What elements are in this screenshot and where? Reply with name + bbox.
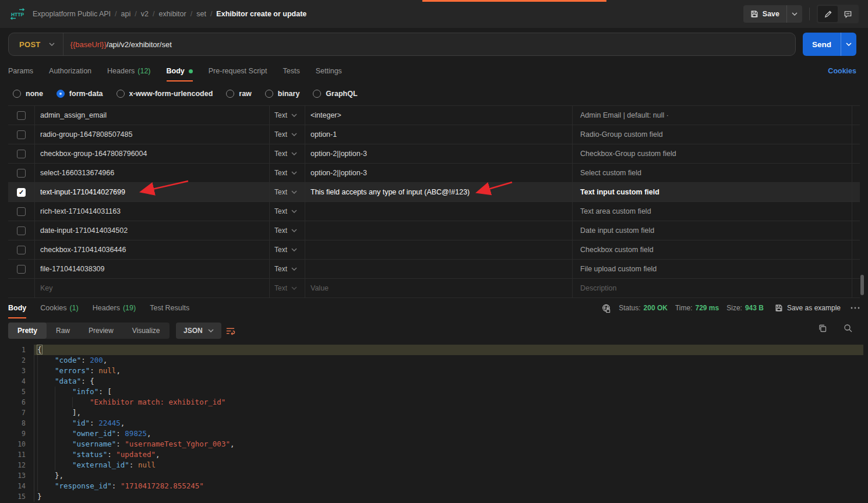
more-options-button[interactable] <box>851 307 860 309</box>
comments-button[interactable] <box>838 6 858 22</box>
edit-request-button[interactable] <box>818 6 838 22</box>
description-cell[interactable]: Description <box>572 279 852 297</box>
key-cell[interactable]: select-1660313674966 <box>34 164 269 182</box>
type-select[interactable]: Text <box>269 202 305 221</box>
tab-params[interactable]: Params <box>8 61 33 82</box>
row-checkbox[interactable] <box>17 169 26 178</box>
key-cell[interactable]: text-input-1710414027699 <box>34 183 269 201</box>
value-cell[interactable]: option-2||option-3 <box>305 144 572 163</box>
time-badge[interactable]: Time: 729 ms <box>675 304 719 312</box>
body-mode-form-data[interactable]: form-data <box>57 90 103 98</box>
key-cell[interactable]: Key <box>34 279 269 297</box>
breadcrumb-item[interactable]: Expoplatform Public API <box>33 10 111 18</box>
description-cell[interactable]: Date input custom field <box>572 221 852 240</box>
description-cell[interactable]: File upload custom field <box>572 260 852 278</box>
response-tab-cookies[interactable]: Cookies(1) <box>40 297 78 318</box>
value-cell[interactable] <box>305 260 572 278</box>
description-cell[interactable]: Text area custom field <box>572 202 852 221</box>
key-cell[interactable]: checkbox-1710414036446 <box>34 240 269 259</box>
breadcrumb-item[interactable]: set <box>196 10 206 18</box>
copy-response-button[interactable] <box>818 324 827 333</box>
search-response-button[interactable] <box>844 324 853 333</box>
tab-authorization[interactable]: Authorization <box>49 61 91 82</box>
size-badge[interactable]: Size: 943 B <box>726 304 764 312</box>
description-cell[interactable]: Text input custom field <box>572 183 852 201</box>
type-select[interactable]: Text <box>269 183 305 201</box>
description-cell[interactable]: Radio-Group custom field <box>572 125 852 144</box>
value-cell[interactable]: option-1 <box>305 125 572 144</box>
tab-headers[interactable]: Headers(12) <box>107 61 150 82</box>
time-label: Time: <box>675 304 693 312</box>
row-checkbox[interactable]: ✓ <box>17 188 26 197</box>
save-as-example-button[interactable]: Save as example <box>775 304 841 312</box>
key-cell[interactable]: date-input-1710414034502 <box>34 221 269 240</box>
row-checkbox[interactable] <box>17 207 26 216</box>
response-tab-test-results[interactable]: Test Results <box>150 297 189 318</box>
key-cell[interactable]: admin_assign_email <box>34 106 269 125</box>
breadcrumb-item[interactable]: v2 <box>141 10 149 18</box>
key-cell[interactable]: radio-group-1647808507485 <box>34 125 269 144</box>
type-select[interactable]: Text <box>269 279 305 297</box>
view-tab-visualize[interactable]: Visualize <box>123 323 170 339</box>
wrap-lines-button[interactable] <box>223 324 238 338</box>
value-cell[interactable]: This field accepts any type of input (AB… <box>305 183 572 201</box>
send-dropdown-button[interactable] <box>841 42 856 46</box>
row-checkbox[interactable] <box>17 150 26 158</box>
description-cell[interactable]: Select custom field <box>572 164 852 182</box>
view-tab-preview[interactable]: Preview <box>79 323 123 339</box>
tab-settings[interactable]: Settings <box>316 61 342 82</box>
breadcrumb-item[interactable]: api <box>121 10 131 18</box>
send-button[interactable]: Send <box>803 40 841 49</box>
response-tab-body[interactable]: Body <box>8 297 26 318</box>
response-body-viewer[interactable]: 1{2"code": 200,3"errors": null,4"data": … <box>0 342 868 503</box>
type-select[interactable]: Text <box>269 240 305 259</box>
globe-lock-icon[interactable] <box>601 303 611 313</box>
row-checkbox[interactable] <box>17 130 26 139</box>
description-cell[interactable]: Checkbox custom field <box>572 240 852 259</box>
type-select[interactable]: Text <box>269 164 305 182</box>
value-cell[interactable] <box>305 221 572 240</box>
body-mode-x-www-form-urlencoded[interactable]: x-www-form-urlencoded <box>117 90 213 98</box>
type-select[interactable]: Text <box>269 125 305 144</box>
key-cell[interactable]: rich-text-1710414031163 <box>34 202 269 221</box>
cookies-link[interactable]: Cookies <box>828 61 856 82</box>
tab-body[interactable]: Body <box>167 61 193 82</box>
chevron-down-icon <box>291 229 297 232</box>
breadcrumb-item[interactable]: exhibitor <box>158 10 186 18</box>
method-select[interactable]: POST <box>9 40 49 49</box>
body-mode-graphql[interactable]: GraphQL <box>313 90 357 98</box>
status-badge[interactable]: Status: 200 OK <box>619 304 668 312</box>
type-select[interactable]: Text <box>269 144 305 163</box>
tab-tests[interactable]: Tests <box>283 61 300 82</box>
vertical-scrollbar-thumb[interactable] <box>860 275 864 295</box>
save-button[interactable]: Save <box>743 5 786 23</box>
description-cell[interactable]: Admin Email | default: null · <box>572 106 852 125</box>
format-select[interactable]: JSON <box>176 323 221 339</box>
response-tab-headers[interactable]: Headers(19) <box>93 297 136 318</box>
key-cell[interactable]: checkbox-group-1647808796004 <box>34 144 269 163</box>
view-tab-pretty[interactable]: Pretty <box>8 323 47 339</box>
tab-pre-request-script[interactable]: Pre-request Script <box>209 61 267 82</box>
table-row: admin_assign_emailText<integer>Admin Ema… <box>8 106 860 125</box>
url-input[interactable]: {{baseUrl}}/api/v2/exhibitor/set <box>63 40 172 49</box>
value-cell[interactable] <box>305 202 572 221</box>
body-mode-none[interactable]: none <box>13 90 43 98</box>
description-cell[interactable]: Checkbox-Group custom field <box>572 144 852 163</box>
row-checkbox[interactable] <box>17 246 26 254</box>
body-mode-binary[interactable]: binary <box>265 90 300 98</box>
method-dropdown-chevron-icon[interactable] <box>49 42 63 46</box>
row-checkbox[interactable] <box>17 265 26 274</box>
value-cell[interactable] <box>305 240 572 259</box>
key-cell[interactable]: file-1710414038309 <box>34 260 269 278</box>
view-tab-raw[interactable]: Raw <box>47 323 79 339</box>
type-select[interactable]: Text <box>269 221 305 240</box>
value-cell[interactable]: option-2||option-3 <box>305 164 572 182</box>
row-checkbox[interactable] <box>17 111 26 120</box>
type-select[interactable]: Text <box>269 106 305 125</box>
value-cell[interactable]: Value <box>305 279 572 297</box>
row-checkbox[interactable] <box>17 226 26 235</box>
value-cell[interactable]: <integer> <box>305 106 572 125</box>
body-mode-raw[interactable]: raw <box>226 90 252 98</box>
save-dropdown-button[interactable] <box>787 5 802 23</box>
type-select[interactable]: Text <box>269 260 305 278</box>
